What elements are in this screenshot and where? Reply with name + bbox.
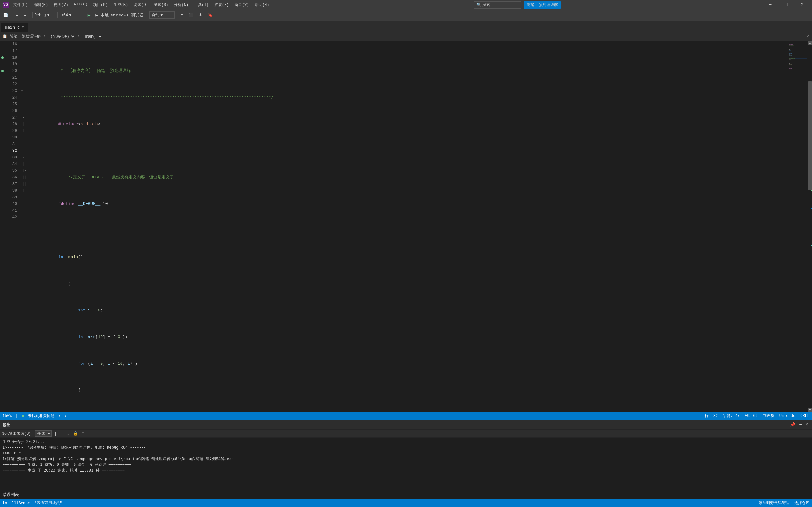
select-repo-button[interactable]: 选择仓库 [794,500,809,506]
error-status[interactable]: 未找到相关问题 [28,413,55,418]
menu-test[interactable]: 测试(S) [151,2,171,8]
bookmark-btn[interactable]: 🔖 [206,12,215,18]
symbol-dropdown[interactable]: main() [83,33,102,40]
output-toolbar-btn-2[interactable]: ≡ [59,431,64,437]
menu-debug[interactable]: 调试(D) [131,2,151,8]
redo-button[interactable]: ↪ [22,12,28,18]
line-num-35: 35 [5,167,17,174]
menu-analyze[interactable]: 分析(N) [171,2,191,8]
line-num-30: 30 [5,134,17,141]
scrollbar-thumb[interactable] [808,81,812,190]
menu-view[interactable]: 视图(V) [51,2,71,8]
add-code-button[interactable]: 添加到源代码管理 [759,500,789,506]
encoding-info[interactable]: Unicode [779,414,795,418]
vertical-scrollbar[interactable]: ▲ ▼ [808,41,812,412]
line-num-31: 31 [5,141,17,147]
output-panel: 输出 📌 − × 显示输出来源(S): 生成 | ≡ ↓ 🔒 ⊙ 生成 开始于 … [0,420,812,490]
maximize-button[interactable]: □ [779,0,794,9]
search-box[interactable]: 🔍 搜索 [473,1,521,9]
code-text-23-space [66,255,68,260]
nav-breadcrumb[interactable]: 随笔——预处理详解 [10,34,41,39]
code-text-27-rest: ( [85,361,90,366]
output-close-button[interactable]: × [804,421,809,428]
menu-build[interactable]: 生成(B) [111,2,131,8]
code-text-27-10: 10 [118,361,123,366]
code-text-27-zero: 0 [100,361,103,366]
intellisense-status: IntelliSense: "没有可用成员" [3,500,62,506]
run-label[interactable]: ▶ 本地 Windows 调试器 [94,12,145,19]
scrollbar-down[interactable]: ▼ [808,407,812,412]
code-text-27-eq: = [93,361,100,366]
code-text-26-ten: 10 [98,335,103,339]
menu-file[interactable]: 文件(F) [11,2,31,8]
watch-btn[interactable]: 👁 [197,12,205,18]
scrollbar-track[interactable] [808,45,812,407]
tab-main-c[interactable]: main.c × [1,23,28,32]
output-header-right: 📌 − × [789,421,809,428]
minimap: ■■■■■■■■ ■■■■■■■■■■■■■ ■■■■■■ ■■■■■■■■ ■… [789,41,808,412]
close-button[interactable]: × [795,0,809,9]
tab-close-icon[interactable]: × [22,25,24,30]
status-bar-right: 行: 32 字符: 47 列: 69 制表符 Unicode CRLF [705,413,809,418]
new-file-button[interactable]: 📄 [1,12,10,18]
status-dot [21,415,24,417]
code-content[interactable]: * 【程序内容】：随笔——预处理详解 *********************… [26,41,789,412]
auto-dropdown[interactable]: 自动 ▼ [149,11,175,19]
line-ending-info[interactable]: CRLF [800,414,809,418]
code-text-21-macro: __DEBUG__ [78,202,100,206]
code-text-25-assign: = [90,308,98,313]
app-container: VS 文件(F) 编辑(E) 视图(V) Git(G) 项目(P) 生成(B) … [0,0,812,507]
code-line-16: * 【程序内容】：随笔——预处理详解 [26,61,789,67]
status-caret-left[interactable]: ‹ [58,414,61,418]
char-info[interactable]: 字符: 47 [723,413,740,418]
output-toolbar-btn-1[interactable]: | [53,431,58,437]
debug-toolbar-btn[interactable]: ⚙ [179,12,185,18]
title-bar-right: − □ × [763,0,809,9]
output-toolbar-btn-3[interactable]: ↓ [65,431,70,437]
nav-expand-icon[interactable]: ⤢ [806,34,809,39]
menu-git[interactable]: Git(G) [71,2,90,8]
minimize-button[interactable]: − [763,0,778,9]
platform-dropdown[interactable]: x64 ▼ [59,12,84,18]
output-minimize-button[interactable]: − [798,421,803,428]
menu-edit[interactable]: 编辑(E) [31,2,51,8]
scrollbar-marker-1 [811,190,812,191]
chevron-down-icon: ▼ [47,13,49,17]
code-text-27-semi1: ; [103,361,108,366]
code-line-21: #define __DEBUG__ 10 [26,194,789,201]
scrollbar-up[interactable]: ▲ [808,41,812,45]
search-icon: 🔍 [476,3,481,7]
code-line-24: { [26,274,789,280]
code-text-26-close: }; [120,335,128,339]
code-line-28: { [26,380,789,387]
undo-button[interactable]: ↩ [14,12,20,18]
run-button[interactable]: ▶ [86,11,93,19]
debug-config-dropdown[interactable]: Debug ▼ [32,12,58,18]
status-caret-right[interactable]: › [64,414,67,418]
scope-dropdown[interactable]: (全局范围) [49,33,75,40]
status-bar: 150% | 未找到相关问题 ‹ › 行: 32 字符: 47 列: 69 制表… [0,412,812,420]
code-text-20: //定义了__DEBUG__，虽然没有定义内容，但也是定义了 [58,175,174,180]
code-text-27-pp: ++) [130,361,137,366]
menu-window[interactable]: 窗口(W) [232,2,252,8]
breakpoints-btn[interactable]: ⬛ [187,12,195,18]
zoom-level[interactable]: 150% [3,414,12,418]
menu-extensions[interactable]: 扩展(X) [212,2,232,8]
line-info[interactable]: 行: 32 [705,413,718,418]
editor-scroll-area: 16 17 18 19 20 21 22 23 24 25 26 27 28 2… [0,41,812,412]
line-num-16: 16 [5,41,17,48]
output-source-dropdown[interactable]: 生成 [35,430,52,437]
debug-config-label: Debug [35,13,46,17]
output-toolbar-btn-4[interactable]: 🔒 [72,430,79,437]
menu-help[interactable]: 帮助(H) [252,2,272,8]
output-pin-button[interactable]: 📌 [789,421,797,428]
title-bar-left: VS 文件(F) 编辑(E) 视图(V) Git(G) 项目(P) 生成(B) … [3,2,272,8]
separator-3 [147,12,148,18]
code-text-25-i: i [88,308,90,313]
menu-tools[interactable]: 工具(T) [192,2,211,8]
code-text-27-i3: i [128,361,130,366]
tab-size-info[interactable]: 制表符 [763,413,774,418]
col-info[interactable]: 列: 69 [745,413,758,418]
menu-project[interactable]: 项目(P) [91,2,110,8]
output-toolbar-btn-5[interactable]: ⊙ [81,430,86,437]
